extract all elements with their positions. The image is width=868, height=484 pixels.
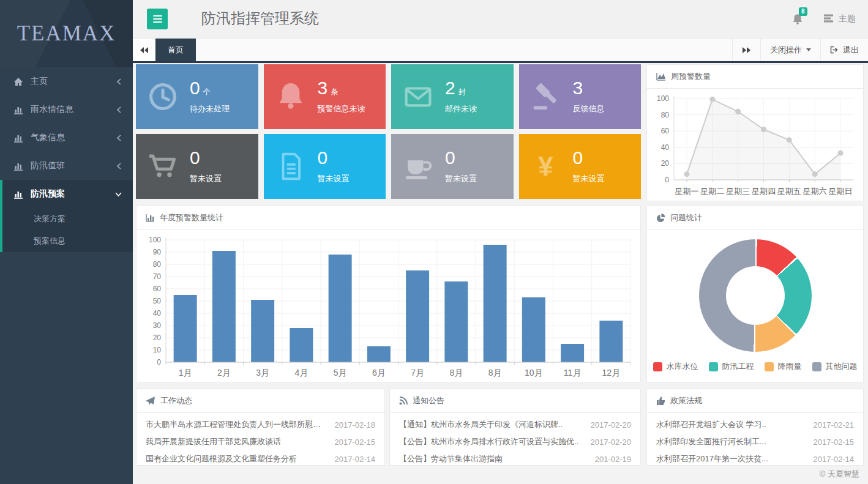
clock-icon xyxy=(136,80,190,113)
stat-card-warnings[interactable]: 3条 预警信息未读 xyxy=(264,64,386,129)
news-row: 国有企业文化问题根源及文化重塑任务分析 2017-02-14 xyxy=(146,450,375,467)
svg-text:2月: 2月 xyxy=(217,368,231,378)
page-title: 防汛指挥管理系统 xyxy=(201,0,319,37)
tab-home[interactable]: 首页 xyxy=(155,39,196,61)
sidebar-subitem-decision-plan[interactable]: 决策方案 xyxy=(2,208,133,230)
stat-value: 2 xyxy=(445,79,455,97)
legend-item[interactable]: 其他问题 xyxy=(812,361,858,372)
sidebar-subitem-plan-info[interactable]: 预案信息 xyxy=(2,230,133,252)
chevron-left-icon xyxy=(116,78,122,85)
tabs-scroll-left-button[interactable] xyxy=(133,39,155,61)
stat-card-mail[interactable]: 2封 邮件未读 xyxy=(391,64,514,129)
bar xyxy=(561,344,584,362)
stat-card-unset-4[interactable]: ¥ 0 暂未设置 xyxy=(519,134,642,199)
sidebar-item-label: 气象信息 xyxy=(31,132,65,143)
stat-value: 0 xyxy=(190,149,200,167)
tab-controls: 关闭操作 退出 xyxy=(732,39,868,61)
exit-button[interactable]: 退出 xyxy=(820,39,868,61)
sidebar-item-rain-info[interactable]: 雨水情信息 xyxy=(0,95,133,124)
svg-text:星期日: 星期日 xyxy=(829,187,853,196)
news-link[interactable]: 我局开展新提拔任用干部党风廉政谈话 xyxy=(146,436,335,447)
svg-text:10月: 10月 xyxy=(525,368,543,378)
news-link[interactable]: 水利部印发全面推行河长制工... xyxy=(656,436,814,447)
legend-item[interactable]: 水库水位 xyxy=(653,361,698,372)
stat-unit: 条 xyxy=(331,87,338,97)
gavel-icon xyxy=(519,80,573,113)
news-date: 2017-02-20 xyxy=(591,437,632,447)
stat-label: 暂未设置 xyxy=(573,173,605,184)
svg-text:12月: 12月 xyxy=(602,368,621,378)
bar xyxy=(367,346,391,362)
svg-text:星期五: 星期五 xyxy=(777,187,801,196)
panel-title: 问题统计 xyxy=(670,212,702,223)
sidebar-item-home[interactable]: 主页 xyxy=(0,67,133,95)
svg-text:40: 40 xyxy=(153,309,162,318)
news-date: 2017-02-14 xyxy=(335,455,376,464)
legend-label: 水库水位 xyxy=(667,361,698,372)
panel-title: 通知公告 xyxy=(413,395,444,406)
svg-text:4月: 4月 xyxy=(294,368,308,378)
stat-value: 0 xyxy=(318,149,328,167)
yen-icon: ¥ xyxy=(519,153,573,180)
tabs-scroll-right-button[interactable] xyxy=(732,39,760,61)
bar xyxy=(599,321,623,362)
svg-text:7月: 7月 xyxy=(411,368,424,378)
sidebar-item-flood-plan[interactable]: 防汛预案 xyxy=(2,180,133,208)
news-link[interactable]: 水利部召开2017年第一次扶贫... xyxy=(656,453,814,464)
stat-label: 暂未设置 xyxy=(318,173,350,184)
legend-item[interactable]: 降雨量 xyxy=(765,361,802,372)
svg-text:20: 20 xyxy=(661,159,670,168)
stat-cards: 0个 待办未处理 3条 预警信息未读 xyxy=(136,64,641,199)
news-link[interactable]: 水利部召开党组扩大会议 学习.. xyxy=(656,419,814,430)
panel-header: 通知公告 xyxy=(390,389,640,413)
close-operations-dropdown[interactable]: 关闭操作 xyxy=(760,39,820,61)
bar-chart-icon xyxy=(13,105,24,114)
chevron-left-icon xyxy=(116,106,122,113)
chevron-left-icon xyxy=(116,163,122,169)
news-list: 水利部召开党组扩大会议 学习.. 2017-02-21 水利部印发全面推行河长制… xyxy=(647,413,863,467)
stat-card-unset-1[interactable]: 0 暂未设置 xyxy=(136,134,258,199)
news-link[interactable]: 国有企业文化问题根源及文化重塑任务分析 xyxy=(146,453,335,464)
stat-card-unset-2[interactable]: 0 暂未设置 xyxy=(264,134,386,199)
bar xyxy=(444,281,468,362)
news-date: 2017-02-15 xyxy=(335,437,376,447)
svg-text:60: 60 xyxy=(661,127,670,135)
svg-text:20: 20 xyxy=(153,333,162,342)
bar-chart-icon xyxy=(146,214,155,222)
legend-item[interactable]: 防汛工程 xyxy=(709,361,754,372)
legend-swatch xyxy=(812,362,821,371)
stat-card-feedback[interactable]: 3 反馈信息 xyxy=(519,64,642,129)
svg-text:3月: 3月 xyxy=(256,368,269,378)
stat-card-todo[interactable]: 0个 待办未处理 xyxy=(136,64,258,129)
svg-text:8月: 8月 xyxy=(488,368,502,378)
svg-text:星期一: 星期一 xyxy=(675,187,698,196)
sidebar-item-flood-duty[interactable]: 防汛值班 xyxy=(0,152,133,180)
stat-card-unset-3[interactable]: 0 暂未设置 xyxy=(391,134,514,199)
news-date: 2017-02-15 xyxy=(814,437,855,447)
document-icon xyxy=(264,150,318,183)
svg-text:70: 70 xyxy=(153,272,162,281)
news-row: 水利部印发全面推行河长制工... 2017-02-15 xyxy=(656,433,854,450)
news-date: 2017-02-18 xyxy=(335,420,376,430)
panel-title: 工作动态 xyxy=(160,395,192,406)
notification-bell-icon[interactable]: 8 xyxy=(792,13,803,25)
svg-text:80: 80 xyxy=(661,111,670,119)
news-link[interactable]: 【公告】劳动节集体出游指南 xyxy=(399,453,595,464)
news-link[interactable]: 【公告】杭州市水务局排水行政许可设置与实施优.. xyxy=(399,436,591,447)
hamburger-menu-button[interactable] xyxy=(147,9,168,29)
theme-button[interactable]: 主题 xyxy=(820,13,859,25)
sidebar-item-label: 防汛预案 xyxy=(31,188,65,199)
sidebar-item-weather-info[interactable]: 气象信息 xyxy=(0,124,133,152)
bar-chart-icon xyxy=(13,162,24,171)
stat-label: 暂未设置 xyxy=(445,173,477,184)
news-link[interactable]: 市大鹏半岛水源工程管理处负责人到一线部所慰问新春 xyxy=(146,419,335,430)
bell-icon xyxy=(264,80,318,113)
sidebar-menu: 主页 雨水情信息 气象信息 xyxy=(0,67,133,252)
sidebar: TEAMAX 主页 雨水情信息 xyxy=(0,0,133,484)
svg-text:80: 80 xyxy=(153,260,162,269)
stat-value: 3 xyxy=(318,79,328,97)
news-date: 201-02-19 xyxy=(595,455,631,464)
data-point xyxy=(787,137,792,143)
svg-text:30: 30 xyxy=(153,321,162,330)
news-link[interactable]: 【通知】杭州市水务局关于印发《河道标识牌.. xyxy=(399,419,591,430)
